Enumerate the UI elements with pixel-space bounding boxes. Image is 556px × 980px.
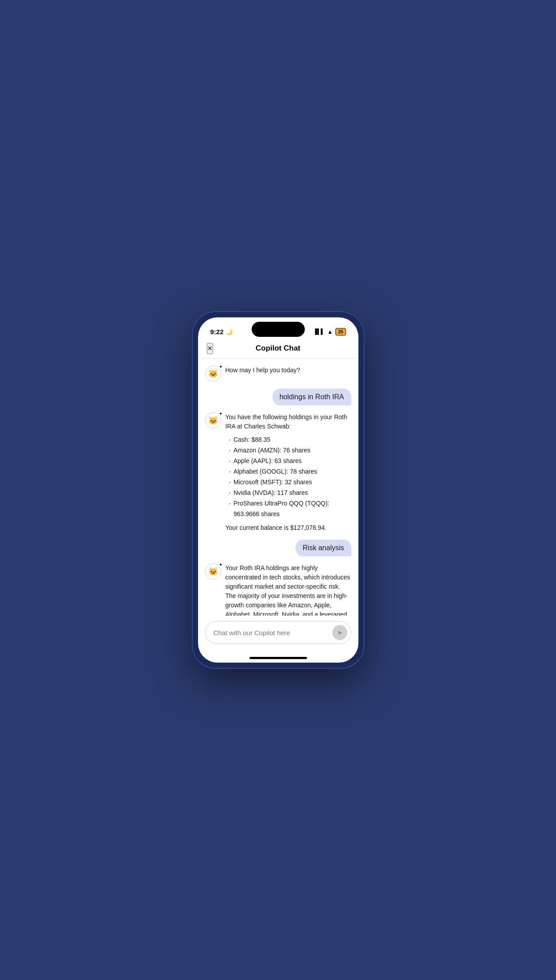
send-button[interactable]: ➤ (332, 625, 347, 640)
user-bubble-1: holdings in Roth IRA (272, 389, 351, 405)
holding-cash: Cash: $88.35 (229, 435, 351, 445)
dynamic-island (252, 322, 305, 337)
holding-msft: Microsoft (MSFT): 32 shares (229, 477, 351, 488)
bot-message-text-1: How may I help you today? (226, 366, 351, 375)
moon-icon: 🌙 (226, 328, 233, 335)
user-message-1: holdings in Roth IRA (205, 389, 351, 405)
bot-avatar-1: 🐱 ✦ (205, 366, 221, 382)
holding-googl: Alphabet (GOOGL): 78 shares (229, 467, 351, 477)
battery-icon: 25 (335, 328, 346, 336)
status-icons: ▐▌▌ ▲ 25 (313, 328, 346, 336)
holding-tqqq: ProShares UltraPro QQQ (TQQQ): 963.9666 … (229, 498, 351, 520)
bot-message-1: 🐱 ✦ How may I help you today? (205, 366, 351, 382)
sparkles-icon-2: ✦ (219, 411, 222, 416)
home-bar (249, 657, 307, 659)
input-container: ➤ (205, 621, 351, 644)
bot-message-text-2: You have the following holdings in your … (226, 413, 351, 532)
user-text-1: holdings in Roth IRA (280, 393, 344, 401)
chat-input[interactable] (214, 629, 332, 637)
phone-screen: 9:22 🌙 ▐▌▌ ▲ 25 × Copilot Chat 🐱 ✦ (198, 317, 358, 663)
bot-message-2: 🐱 ✦ You have the following holdings in y… (205, 413, 351, 532)
bot-message-text-3: Your Roth IRA holdings are highly concen… (226, 563, 351, 616)
user-text-2: Risk analysis (303, 544, 344, 552)
cat-icon-3: 🐱 (208, 567, 218, 576)
balance-text: Your current balance is $127,078.94. (226, 523, 351, 532)
header-title: Copilot Chat (256, 344, 300, 353)
bot-message-3: 🐱 ✦ Your Roth IRA holdings are highly co… (205, 563, 351, 616)
home-indicator (198, 653, 358, 663)
chat-area: 🐱 ✦ How may I help you today? holdings i… (198, 359, 358, 616)
cat-icon-2: 🐱 (208, 416, 218, 425)
send-icon: ➤ (337, 629, 342, 636)
greeting-text: How may I help you today? (226, 367, 300, 374)
phone-frame: 9:22 🌙 ▐▌▌ ▲ 25 × Copilot Chat 🐱 ✦ (192, 311, 365, 669)
bot-avatar-2: 🐱 ✦ (205, 413, 221, 428)
chat-header: × Copilot Chat (198, 340, 358, 359)
sparkles-icon: ✦ (219, 364, 222, 369)
status-bar: 9:22 🌙 ▐▌▌ ▲ 25 (198, 317, 358, 340)
holding-nvda: Nvidia (NVDA): 117 shares (229, 488, 351, 498)
bot-avatar-3: 🐱 ✦ (205, 563, 221, 579)
user-bubble-2: Risk analysis (295, 540, 351, 556)
time-display: 9:22 (210, 328, 224, 336)
holdings-intro: You have the following holdings in your … (226, 413, 347, 430)
status-time: 9:22 🌙 (210, 328, 233, 336)
holding-amzn: Amazon (AMZN): 76 shares (229, 445, 351, 456)
cat-icon: 🐱 (208, 369, 218, 378)
wifi-icon: ▲ (327, 328, 333, 335)
risk-analysis-text: Your Roth IRA holdings are highly concen… (226, 564, 350, 616)
input-area: ➤ (198, 616, 358, 653)
user-message-2: Risk analysis (205, 540, 351, 556)
sparkles-icon-3: ✦ (219, 562, 222, 567)
holding-aapl: Apple (AAPL): 63 shares (229, 456, 351, 467)
close-button[interactable]: × (207, 343, 214, 354)
holdings-list: Cash: $88.35 Amazon (AMZN): 76 shares Ap… (229, 435, 351, 520)
signal-icon: ▐▌▌ (313, 328, 325, 335)
